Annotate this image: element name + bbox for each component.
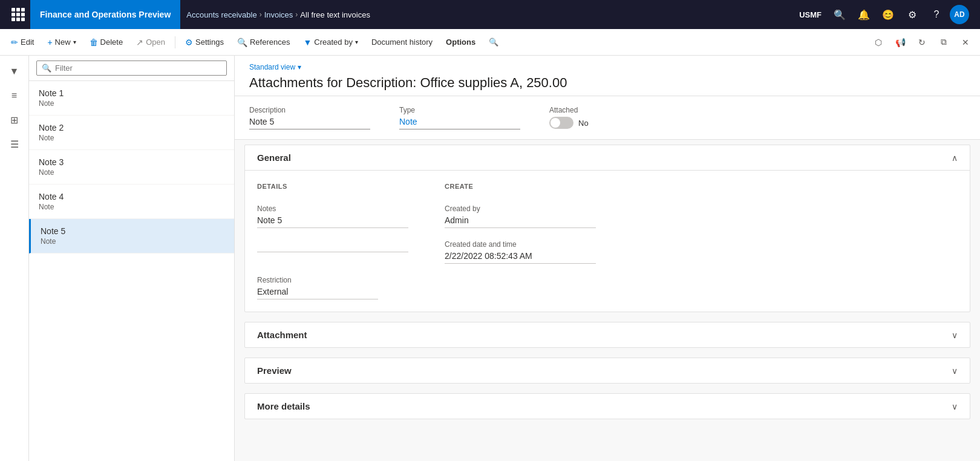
general-section-title: General [257,152,291,163]
breadcrumb-current: All free text invoices [300,10,370,19]
preview-section-header[interactable]: Preview ∨ [245,358,970,383]
close-button[interactable]: ✕ [956,33,975,52]
filter-input[interactable] [55,64,221,73]
waffle-icon [11,8,25,21]
attached-toggle-label: No [578,119,589,128]
attached-field-group: Attached No [549,106,670,129]
notes-field: Notes Note 5 [257,204,408,228]
list-item-active[interactable]: Note 5 Note [29,219,234,253]
create-heading: CREATE [445,183,596,190]
more-details-section-header[interactable]: More details ∨ [245,394,970,419]
search-toolbar-button[interactable]: 🔍 [483,33,505,52]
preview-section-title: Preview [257,365,292,376]
created-by-value: Admin [445,215,596,228]
preview-section: Preview ∨ [244,358,970,384]
more-details-section-title: More details [257,401,310,411]
open-icon: ↗ [136,38,143,47]
document-history-button[interactable]: Document history [365,33,439,52]
created-date-label: Created date and time [445,240,596,249]
standard-view-label: Standard view [249,63,295,71]
standard-view-selector[interactable]: Standard view ▾ [249,63,965,71]
emoji-button[interactable]: 😊 [877,4,899,25]
restriction-value: External [257,287,378,299]
delete-button[interactable]: 🗑 Delete [83,33,129,52]
general-section: General ∧ DETAILS Notes Note 5 [244,145,970,312]
breadcrumb-invoices[interactable]: Invoices [264,10,293,19]
list-filter-area: 🔍 [29,56,234,81]
user-avatar[interactable]: AD [950,5,969,24]
app-title: Finance and Operations Preview [30,0,180,29]
created-by-label: Created by [445,204,596,213]
sidebar-icon-panel: ▼ ≡ ⊞ ☰ [0,56,29,461]
settings-icon: ⚙ [185,38,193,47]
search-toolbar-icon: 🔍 [489,38,498,47]
breadcrumb-accounts-receivable[interactable]: Accounts receivable [186,10,256,19]
page-title: Attachments for Description: Office supp… [249,75,965,91]
list-item[interactable]: Note 3 Note [29,150,234,185]
notes-value: Note 5 [257,215,408,228]
notes-label: Notes [257,204,408,213]
notifications-button[interactable]: 🔔 [853,4,875,25]
created-by-field: Created by Admin [445,204,596,228]
type-value: Note [399,117,520,129]
description-field-group: Description Note 5 [249,106,370,129]
list-item-title: Note 5 [41,226,224,236]
top-navigation: Finance and Operations Preview Accounts … [0,0,980,29]
type-field-group: Type Note [399,106,520,129]
personalize-button[interactable]: ⬡ [869,33,888,52]
breadcrumb-sep-2: › [295,10,298,19]
edit-icon: ✏ [11,38,18,47]
attached-toggle-wrap: No [549,117,670,129]
document-history-label: Document history [371,38,433,47]
open-label: Open [146,38,165,47]
open-button[interactable]: ↗ Open [130,33,171,52]
filter-sidebar-button[interactable]: ▼ [4,60,25,82]
waffle-menu-button[interactable] [6,0,30,29]
refresh-button[interactable]: ↻ [912,33,932,52]
general-section-header[interactable]: General ∧ [245,145,970,171]
options-button[interactable]: Options [440,33,482,52]
attached-label: Attached [549,106,670,114]
edit-button[interactable]: ✏ Edit [5,33,40,52]
new-button[interactable]: + New ▾ [41,33,82,52]
list-item-subtitle: Note [39,203,224,211]
list-view-button[interactable]: ≡ [4,85,25,106]
new-chevron-icon: ▾ [73,39,76,45]
toolbar: ✏ Edit + New ▾ 🗑 Delete ↗ Open ⚙ Setting… [0,29,980,56]
settings-button[interactable]: ⚙ Settings [179,33,230,52]
attachment-section-header[interactable]: Attachment ∨ [245,322,970,347]
references-icon: 🔍 [237,38,247,47]
more-details-section: More details ∨ [244,393,970,419]
restriction-area: Restriction External [257,276,958,299]
created-by-button[interactable]: ▼ Created by ▾ [297,33,364,52]
restriction-label: Restriction [257,276,378,284]
help-button[interactable]: ? [926,4,947,25]
message-center-button[interactable]: 📢 [890,33,910,52]
general-section-cols: DETAILS Notes Note 5 CREATE Created by A… [257,183,958,264]
outline-view-button[interactable]: ☰ [4,133,25,155]
breadcrumb-sep-1: › [260,10,262,19]
restriction-field: Restriction External [257,276,378,299]
search-nav-button[interactable]: 🔍 [829,4,851,25]
settings-nav-button[interactable]: ⚙ [901,4,923,25]
main-content: ▼ ≡ ⊞ ☰ 🔍 Note 1 Note Note 2 Note Note 3… [0,56,980,461]
list-item[interactable]: Note 1 Note [29,81,234,116]
toolbar-separator-1 [175,36,175,48]
list-item-subtitle: Note [39,168,224,177]
options-label: Options [446,38,475,47]
list-item-title: Note 3 [39,157,224,167]
new-icon: + [47,38,52,47]
list-item[interactable]: Note 2 Note [29,116,234,150]
list-item-subtitle: Note [39,134,224,142]
grid-view-button[interactable]: ⊞ [4,109,25,131]
list-panel: 🔍 Note 1 Note Note 2 Note Note 3 Note No… [29,56,235,461]
open-new-window-button[interactable]: ⧉ [934,33,953,52]
delete-label: Delete [100,38,123,47]
attached-toggle[interactable] [549,117,573,129]
list-item[interactable]: Note 4 Note [29,185,234,219]
list-items: Note 1 Note Note 2 Note Note 3 Note Note… [29,81,234,461]
breadcrumb: Accounts receivable › Invoices › All fre… [180,10,794,19]
attachment-section: Attachment ∨ [244,322,970,348]
references-button[interactable]: 🔍 References [231,33,296,52]
new-label: New [55,38,71,47]
